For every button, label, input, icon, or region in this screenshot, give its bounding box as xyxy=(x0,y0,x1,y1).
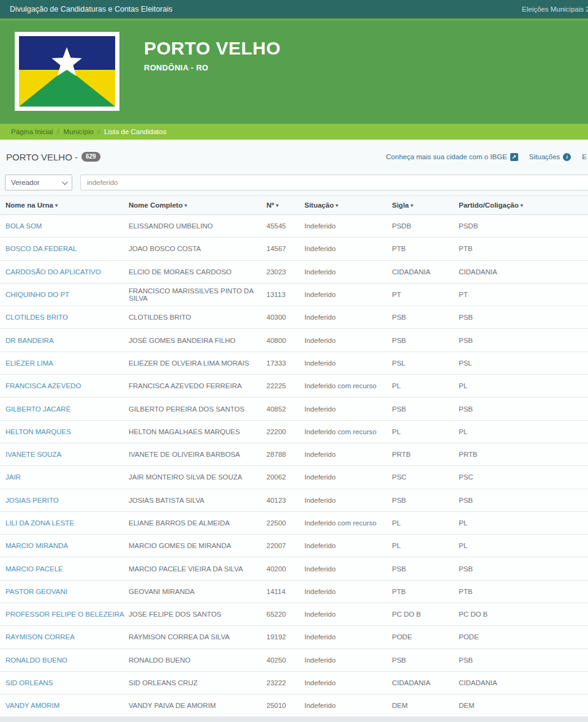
candidate-name-link[interactable]: HELTON MARQUES xyxy=(6,428,71,435)
candidate-name-cell: GILBERTO JACARÉ xyxy=(0,397,129,420)
top-app-bar: Divulgação de Candidaturas e Contas Elei… xyxy=(0,0,588,18)
party-abbr: PODE xyxy=(392,626,459,649)
candidate-status: Indeferido xyxy=(304,580,392,603)
ibge-link-label: Conheça mais sua cidade com o IBGE xyxy=(386,153,507,160)
breadcrumb-home[interactable]: Página Inicial xyxy=(11,128,53,135)
sort-icon: ▾ xyxy=(276,203,279,208)
candidate-name-cell: BOSCO DA FEDERAL xyxy=(0,238,129,260)
party-coalition: PSB xyxy=(459,489,588,511)
candidate-name-link[interactable]: JOSIAS PERITO xyxy=(6,497,59,504)
candidate-name-link[interactable]: RONALDO BUENO xyxy=(6,656,67,664)
candidate-status: Indeferido xyxy=(304,649,392,671)
candidate-name-link[interactable]: BOSCO DA FEDERAL xyxy=(6,245,77,252)
candidate-number: 25010 xyxy=(266,694,304,717)
candidate-name-cell: FRANCISCA AZEVEDO xyxy=(0,375,129,397)
candidate-name-link[interactable]: CARDOSÃO DO APLICATIVO xyxy=(6,268,101,276)
candidate-name-link[interactable]: PROFESSOR FELIPE O BELEZEIRA xyxy=(6,611,124,618)
candidate-name-link[interactable]: LILI DA ZONA LESTE xyxy=(6,519,74,527)
party-abbr: PL xyxy=(392,535,459,557)
candidate-full-name: MARCIO PACELE VIEIRA DA SILVA xyxy=(129,557,266,580)
candidate-name-link[interactable]: IVANETE SOUZA xyxy=(6,451,61,458)
party-abbr: PL xyxy=(392,511,459,534)
candidate-full-name: GILBERTO PEREIRA DOS SANTOS xyxy=(129,397,266,420)
table-row: FRANCISCA AZEVEDOFRANCISCA AZEVEDO FERRE… xyxy=(0,375,588,397)
clipped-right-link[interactable]: E xyxy=(582,153,587,160)
candidate-status: Indeferido xyxy=(304,489,392,511)
candidate-name-link[interactable]: JAIR xyxy=(6,473,21,481)
party-coalition: PL xyxy=(459,511,588,534)
candidate-number: 40800 xyxy=(266,329,304,352)
candidate-name-cell: IVANETE SOUZA xyxy=(0,443,129,465)
party-abbr: PT xyxy=(392,283,459,306)
column-header-nome-completo[interactable]: Nome Completo▾ xyxy=(129,196,266,215)
footer-strip xyxy=(0,716,588,722)
column-header-sigla[interactable]: Sigla▾ xyxy=(392,196,459,215)
office-select[interactable]: Vereador xyxy=(5,175,72,190)
party-coalition: PL xyxy=(459,420,588,443)
party-abbr: PC DO B xyxy=(392,603,459,626)
column-header-nome-urna[interactable]: Nome na Urna▾ xyxy=(0,196,129,215)
candidate-full-name: MARCIO GOMES DE MIRANDA xyxy=(129,535,266,557)
search-input[interactable] xyxy=(80,175,588,190)
candidate-name-link[interactable]: FRANCISCA AZEVEDO xyxy=(6,382,81,389)
candidate-name-link[interactable]: VANDY AMORIM xyxy=(6,702,59,709)
candidate-name-link[interactable]: ELIÉZER LIMA xyxy=(6,359,53,367)
external-link-icon: ↗ xyxy=(510,153,518,161)
candidate-name-link[interactable]: MARCIO MIRANDA xyxy=(6,542,68,549)
candidate-name-cell: CLOTILDES BRITO xyxy=(0,306,129,329)
column-header-partido[interactable]: Partido/Coligação▾ xyxy=(459,196,588,215)
column-header-situacao[interactable]: Situação▾ xyxy=(304,196,392,215)
sort-icon: ▾ xyxy=(184,203,187,208)
candidate-number: 40250 xyxy=(266,649,304,671)
candidate-name-link[interactable]: SID ORLEANS xyxy=(6,679,53,686)
candidate-full-name: RONALDO BUENO xyxy=(129,649,266,671)
party-coalition: PSC xyxy=(459,466,588,489)
table-row: RONALDO BUENORONALDO BUENO40250Indeferid… xyxy=(0,649,588,671)
candidate-status: Indeferido xyxy=(304,626,392,649)
candidate-name-link[interactable]: CLOTILDES BRITO xyxy=(6,314,68,321)
table-row: DR BANDEIRAJOSÉ GOMES BANDEIRA FILHO4080… xyxy=(0,329,588,352)
party-coalition: CIDADANIA xyxy=(459,260,588,283)
breadcrumb-current: Lista de Candidatos xyxy=(104,128,167,135)
ibge-link[interactable]: Conheça mais sua cidade com o IBGE ↗ xyxy=(386,153,518,161)
candidate-number: 17333 xyxy=(266,352,304,374)
candidate-name-link[interactable]: PASTOR GEOVANI xyxy=(6,588,67,595)
candidate-name-link[interactable]: RAYMISON CORREA xyxy=(6,633,75,641)
party-abbr: CIDADANIA xyxy=(392,671,459,694)
candidate-number: 23023 xyxy=(266,260,304,283)
candidate-number: 14567 xyxy=(266,238,304,260)
party-abbr: PSB xyxy=(392,557,459,580)
candidate-name-link[interactable]: MARCIO PACELE xyxy=(6,565,63,573)
party-coalition: PL xyxy=(459,535,588,557)
candidate-name-link[interactable]: GILBERTO JACARÉ xyxy=(6,405,70,413)
table-row: JOSIAS PERITOJOSIAS BATISTA SILVA40123In… xyxy=(0,489,588,511)
candidate-name-link[interactable]: BOLA SOM xyxy=(6,222,42,230)
candidate-status: Indeferido com recurso xyxy=(304,420,392,443)
column-header-numero[interactable]: Nº▾ xyxy=(266,196,304,215)
situacoes-link[interactable]: Situações i xyxy=(529,153,571,161)
party-abbr: PSB xyxy=(392,306,459,329)
party-coalition: PSL xyxy=(459,352,588,374)
candidate-full-name: CLOTILDES BRITO xyxy=(129,306,266,329)
table-row: RAYMISON CORREARAYMISON CORREA DA SILVA1… xyxy=(0,626,588,649)
table-row: PASTOR GEOVANIGEOVANI MIRANDA14114Indefe… xyxy=(0,580,588,603)
candidate-name-cell: PASTOR GEOVANI xyxy=(0,580,129,603)
candidate-full-name: HELTON MAGALHAES MARQUES xyxy=(129,420,266,443)
party-coalition: DEM xyxy=(459,694,588,717)
candidate-name-link[interactable]: DR BANDEIRA xyxy=(6,337,54,344)
candidate-full-name: VANDY PAIVA DE AMORIM xyxy=(129,694,266,717)
party-coalition: PSB xyxy=(459,306,588,329)
candidate-name-cell: RONALDO BUENO xyxy=(0,649,129,671)
candidate-number: 22007 xyxy=(266,535,304,557)
table-row: ELIÉZER LIMAELIÉZER DE OLVEIRA LIMA MORA… xyxy=(0,352,588,374)
city-state: RONDÔNIA - RO xyxy=(144,63,281,72)
party-abbr: PSL xyxy=(392,352,459,374)
candidate-full-name: IVANETE DE OLIVEIRA BARBOSA xyxy=(129,443,266,465)
table-row: GILBERTO JACARÉGILBERTO PEREIRA DOS SANT… xyxy=(0,397,588,420)
party-coalition: PSB xyxy=(459,557,588,580)
candidate-name-link[interactable]: CHIQUINHO DO PT xyxy=(6,291,69,298)
candidate-full-name: ELIANE BARROS DE ALMEIDA xyxy=(129,511,266,534)
party-coalition: PSDB xyxy=(459,215,588,238)
breadcrumb-municipio[interactable]: Município xyxy=(64,128,94,135)
candidate-status: Indeferido com recurso xyxy=(304,375,392,397)
